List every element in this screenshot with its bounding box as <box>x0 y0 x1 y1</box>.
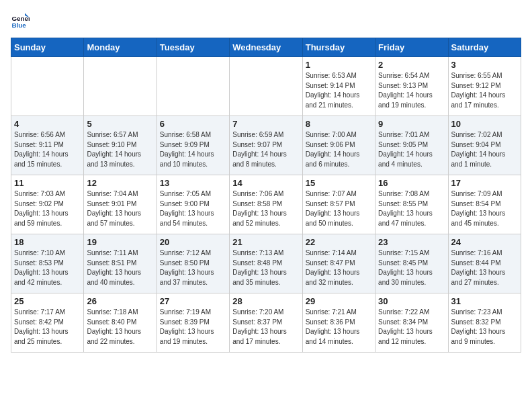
day-number: 25 <box>14 296 81 306</box>
calendar-day-cell: 14Sunrise: 7:06 AM Sunset: 8:58 PM Dayli… <box>230 175 302 234</box>
day-number: 14 <box>232 178 299 188</box>
calendar-day-cell: 28Sunrise: 7:20 AM Sunset: 8:37 PM Dayli… <box>230 293 302 353</box>
calendar-day-cell <box>11 57 84 116</box>
calendar-table: SundayMondayTuesdayWednesdayThursdayFrid… <box>11 38 521 353</box>
day-number: 7 <box>232 119 299 129</box>
calendar-day-cell: 9Sunrise: 7:01 AM Sunset: 9:05 PM Daylig… <box>375 116 448 175</box>
calendar-day-cell: 30Sunrise: 7:22 AM Sunset: 8:34 PM Dayli… <box>375 293 448 353</box>
page-header: General Blue <box>11 11 521 30</box>
day-info: Sunrise: 7:08 AM Sunset: 8:55 PM Dayligh… <box>378 189 445 228</box>
day-info: Sunrise: 7:14 AM Sunset: 8:47 PM Dayligh… <box>306 248 372 287</box>
day-number: 9 <box>378 119 445 129</box>
calendar-day-cell: 4Sunrise: 6:56 AM Sunset: 9:11 PM Daylig… <box>11 116 84 175</box>
day-number: 16 <box>378 178 445 188</box>
calendar-day-cell: 1Sunrise: 6:53 AM Sunset: 9:14 PM Daylig… <box>302 57 375 116</box>
weekday-header-row: SundayMondayTuesdayWednesdayThursdayFrid… <box>11 38 521 57</box>
weekday-header-friday: Friday <box>375 38 448 57</box>
calendar-day-cell: 17Sunrise: 7:09 AM Sunset: 8:54 PM Dayli… <box>448 175 521 234</box>
calendar-week-row: 1Sunrise: 6:53 AM Sunset: 9:14 PM Daylig… <box>11 57 521 116</box>
day-number: 18 <box>14 237 81 247</box>
calendar-day-cell <box>157 57 229 116</box>
calendar-day-cell: 11Sunrise: 7:03 AM Sunset: 9:02 PM Dayli… <box>11 175 84 234</box>
day-number: 22 <box>306 237 372 247</box>
day-number: 6 <box>160 119 226 129</box>
calendar-day-cell: 29Sunrise: 7:21 AM Sunset: 8:36 PM Dayli… <box>302 293 375 353</box>
calendar-day-cell: 31Sunrise: 7:23 AM Sunset: 8:32 PM Dayli… <box>448 293 521 353</box>
day-info: Sunrise: 7:07 AM Sunset: 8:57 PM Dayligh… <box>306 189 372 228</box>
svg-text:Blue: Blue <box>11 21 26 29</box>
calendar-day-cell: 18Sunrise: 7:10 AM Sunset: 8:53 PM Dayli… <box>11 234 84 293</box>
calendar-week-row: 18Sunrise: 7:10 AM Sunset: 8:53 PM Dayli… <box>11 234 521 293</box>
calendar-day-cell: 7Sunrise: 6:59 AM Sunset: 9:07 PM Daylig… <box>230 116 302 175</box>
weekday-header-thursday: Thursday <box>302 38 375 57</box>
calendar-day-cell <box>84 57 157 116</box>
logo: General Blue <box>11 11 30 30</box>
day-number: 8 <box>306 119 372 129</box>
day-number: 12 <box>87 178 153 188</box>
day-info: Sunrise: 7:01 AM Sunset: 9:05 PM Dayligh… <box>378 130 445 169</box>
calendar-week-row: 11Sunrise: 7:03 AM Sunset: 9:02 PM Dayli… <box>11 175 521 234</box>
day-info: Sunrise: 7:12 AM Sunset: 8:50 PM Dayligh… <box>160 248 226 287</box>
day-info: Sunrise: 7:10 AM Sunset: 8:53 PM Dayligh… <box>14 248 81 287</box>
day-info: Sunrise: 7:04 AM Sunset: 9:01 PM Dayligh… <box>87 189 153 228</box>
day-info: Sunrise: 6:59 AM Sunset: 9:07 PM Dayligh… <box>232 130 299 169</box>
day-info: Sunrise: 6:54 AM Sunset: 9:13 PM Dayligh… <box>378 71 445 110</box>
day-info: Sunrise: 6:57 AM Sunset: 9:10 PM Dayligh… <box>87 130 153 169</box>
calendar-day-cell: 13Sunrise: 7:05 AM Sunset: 9:00 PM Dayli… <box>157 175 229 234</box>
weekday-header-tuesday: Tuesday <box>157 38 229 57</box>
day-number: 20 <box>160 237 226 247</box>
calendar-day-cell: 20Sunrise: 7:12 AM Sunset: 8:50 PM Dayli… <box>157 234 229 293</box>
day-number: 27 <box>160 296 226 306</box>
day-number: 19 <box>87 237 153 247</box>
day-info: Sunrise: 6:56 AM Sunset: 9:11 PM Dayligh… <box>14 130 81 169</box>
calendar-day-cell: 25Sunrise: 7:17 AM Sunset: 8:42 PM Dayli… <box>11 293 84 353</box>
calendar-day-cell: 16Sunrise: 7:08 AM Sunset: 8:55 PM Dayli… <box>375 175 448 234</box>
day-number: 24 <box>451 237 518 247</box>
day-info: Sunrise: 7:09 AM Sunset: 8:54 PM Dayligh… <box>451 189 518 228</box>
calendar-day-cell: 22Sunrise: 7:14 AM Sunset: 8:47 PM Dayli… <box>302 234 375 293</box>
day-number: 17 <box>451 178 518 188</box>
calendar-day-cell: 5Sunrise: 6:57 AM Sunset: 9:10 PM Daylig… <box>84 116 157 175</box>
day-info: Sunrise: 7:13 AM Sunset: 8:48 PM Dayligh… <box>232 248 299 287</box>
day-number: 11 <box>14 178 81 188</box>
day-info: Sunrise: 7:00 AM Sunset: 9:06 PM Dayligh… <box>306 130 372 169</box>
day-number: 15 <box>306 178 372 188</box>
calendar-day-cell: 12Sunrise: 7:04 AM Sunset: 9:01 PM Dayli… <box>84 175 157 234</box>
day-number: 1 <box>306 60 372 70</box>
day-number: 4 <box>14 119 81 129</box>
day-info: Sunrise: 7:20 AM Sunset: 8:37 PM Dayligh… <box>232 308 299 347</box>
day-info: Sunrise: 7:11 AM Sunset: 8:51 PM Dayligh… <box>87 248 153 287</box>
day-number: 23 <box>378 237 445 247</box>
calendar-day-cell: 8Sunrise: 7:00 AM Sunset: 9:06 PM Daylig… <box>302 116 375 175</box>
day-info: Sunrise: 7:23 AM Sunset: 8:32 PM Dayligh… <box>451 308 518 347</box>
day-info: Sunrise: 6:55 AM Sunset: 9:12 PM Dayligh… <box>451 71 518 110</box>
calendar-day-cell: 3Sunrise: 6:55 AM Sunset: 9:12 PM Daylig… <box>448 57 521 116</box>
day-info: Sunrise: 7:05 AM Sunset: 9:00 PM Dayligh… <box>160 189 226 228</box>
weekday-header-wednesday: Wednesday <box>230 38 302 57</box>
day-info: Sunrise: 7:21 AM Sunset: 8:36 PM Dayligh… <box>306 308 372 347</box>
day-number: 5 <box>87 119 153 129</box>
calendar-week-row: 4Sunrise: 6:56 AM Sunset: 9:11 PM Daylig… <box>11 116 521 175</box>
day-number: 28 <box>232 296 299 306</box>
day-number: 29 <box>306 296 372 306</box>
weekday-header-saturday: Saturday <box>448 38 521 57</box>
calendar-day-cell: 19Sunrise: 7:11 AM Sunset: 8:51 PM Dayli… <box>84 234 157 293</box>
calendar-day-cell: 26Sunrise: 7:18 AM Sunset: 8:40 PM Dayli… <box>84 293 157 353</box>
day-info: Sunrise: 7:17 AM Sunset: 8:42 PM Dayligh… <box>14 308 81 347</box>
day-number: 3 <box>451 60 518 70</box>
day-info: Sunrise: 7:18 AM Sunset: 8:40 PM Dayligh… <box>87 308 153 347</box>
day-info: Sunrise: 7:22 AM Sunset: 8:34 PM Dayligh… <box>378 308 445 347</box>
calendar-day-cell: 27Sunrise: 7:19 AM Sunset: 8:39 PM Dayli… <box>157 293 229 353</box>
calendar-day-cell <box>230 57 302 116</box>
day-info: Sunrise: 7:02 AM Sunset: 9:04 PM Dayligh… <box>451 130 518 169</box>
day-info: Sunrise: 7:15 AM Sunset: 8:45 PM Dayligh… <box>378 248 445 287</box>
weekday-header-monday: Monday <box>84 38 157 57</box>
calendar-day-cell: 6Sunrise: 6:58 AM Sunset: 9:09 PM Daylig… <box>157 116 229 175</box>
calendar-day-cell: 23Sunrise: 7:15 AM Sunset: 8:45 PM Dayli… <box>375 234 448 293</box>
calendar-week-row: 25Sunrise: 7:17 AM Sunset: 8:42 PM Dayli… <box>11 293 521 353</box>
calendar-day-cell: 21Sunrise: 7:13 AM Sunset: 8:48 PM Dayli… <box>230 234 302 293</box>
day-info: Sunrise: 7:03 AM Sunset: 9:02 PM Dayligh… <box>14 189 81 228</box>
day-number: 13 <box>160 178 226 188</box>
calendar-day-cell: 2Sunrise: 6:54 AM Sunset: 9:13 PM Daylig… <box>375 57 448 116</box>
day-info: Sunrise: 7:16 AM Sunset: 8:44 PM Dayligh… <box>451 248 518 287</box>
